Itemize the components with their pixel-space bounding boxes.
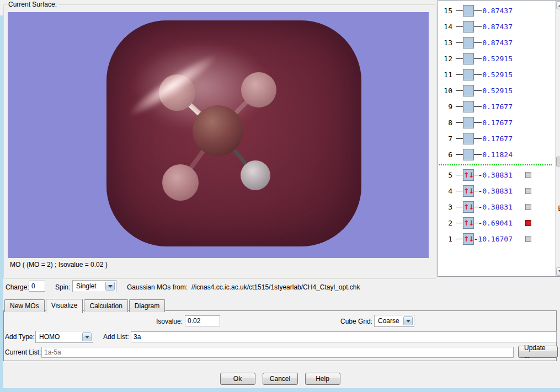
- spin-selected-value: Singlet: [73, 282, 104, 290]
- mo-level-checkbox[interactable]: [525, 188, 531, 194]
- mo-level-energy-cell: 0.11824: [482, 151, 513, 159]
- spin-up-arrow-icon: ↑: [463, 187, 468, 195]
- mo-level-energy: 0.87437: [482, 39, 513, 47]
- mo-level-list: 150.87437140.87437130.87437120.52915110.…: [438, 1, 554, 247]
- chevron-down-icon: [406, 320, 410, 323]
- tab-bar: New MOs Visualize Calculation Diagram: [4, 299, 166, 312]
- mo-level-number: 4: [438, 187, 452, 195]
- mo-level-number: 7: [438, 135, 452, 143]
- scroll-up-button[interactable]: [556, 1, 560, 9]
- mo-level-energy-cell: 0.87437: [482, 7, 513, 15]
- mo-level-checkbox[interactable]: [525, 220, 531, 226]
- window-edge-bottom: [0, 388, 560, 392]
- mo-level-box[interactable]: [463, 149, 474, 160]
- visualize-tab-panel: Isovalue: Cube Grid: Coarse Add Type: HO…: [3, 310, 557, 361]
- spin-dropdown-button[interactable]: [105, 282, 115, 291]
- level-connector-line: [456, 239, 463, 239]
- scroll-up-arrow-icon: [558, 4, 560, 7]
- spin-up-arrow-icon: ↑: [463, 171, 468, 179]
- add-type-dropdown-button[interactable]: [82, 332, 92, 341]
- mo-level-energy: 0.17677: [482, 135, 513, 143]
- mo-level-row: 1↑↓-10.16707: [438, 231, 554, 247]
- mo-level-energy: 0.11824: [482, 151, 513, 159]
- mo-level-box[interactable]: [463, 5, 474, 17]
- level-connector-line: [456, 10, 463, 11]
- mo-level-number: 15: [438, 7, 452, 15]
- mo-level-number: 14: [438, 23, 452, 31]
- mo-level-box[interactable]: ↑↓: [463, 201, 474, 213]
- spin-label: Spin:: [55, 283, 70, 291]
- spin-down-arrow-icon: ↓: [468, 235, 473, 243]
- cube-grid-dropdown[interactable]: Coarse: [374, 315, 414, 327]
- mo-level-box[interactable]: [463, 69, 474, 80]
- mo-level-row: 5↑↓-0.38831: [438, 167, 554, 183]
- mo-panel-scrollbar[interactable]: E: [555, 1, 560, 276]
- spin-dropdown[interactable]: Singlet: [72, 280, 116, 292]
- spin-down-arrow-icon: ↓: [468, 203, 473, 211]
- mo-level-box[interactable]: [463, 117, 474, 128]
- mo-level-checkbox[interactable]: [525, 236, 531, 242]
- tab-visualize[interactable]: Visualize: [46, 299, 83, 313]
- level-connector-line: [474, 74, 482, 75]
- help-button[interactable]: Help: [305, 373, 340, 385]
- level-connector-line: [456, 175, 463, 175]
- level-connector-line: [456, 138, 463, 139]
- mo-level-number: 12: [438, 55, 452, 63]
- mo-level-box[interactable]: [463, 53, 474, 65]
- gaussian-source-path: //icnas4.cc.ic.ac.uk/ct1515/1styearlab/C…: [191, 283, 360, 291]
- isovalue-input[interactable]: [185, 315, 220, 326]
- mo-level-box[interactable]: [463, 37, 474, 49]
- add-list-input[interactable]: [131, 331, 557, 342]
- mo-level-box[interactable]: ↑↓: [463, 233, 474, 245]
- mo-level-box[interactable]: ↑↓: [463, 169, 474, 181]
- level-connector-line: [456, 207, 463, 207]
- tab-new-mos[interactable]: New MOs: [4, 299, 45, 312]
- mo-level-checkbox[interactable]: [525, 172, 531, 178]
- mo-level-box[interactable]: [463, 133, 474, 144]
- tab-calculation[interactable]: Calculation: [84, 299, 127, 312]
- tab-diagram[interactable]: Diagram: [129, 299, 165, 312]
- mo-level-box[interactable]: ↑↓: [463, 185, 474, 197]
- mo-level-checkbox[interactable]: [525, 204, 531, 210]
- add-type-dropdown[interactable]: HOMO: [35, 331, 93, 343]
- mo-level-row: 80.17677: [438, 115, 554, 131]
- level-connector-line: [456, 223, 463, 223]
- scrollbar-thumb[interactable]: [556, 157, 560, 167]
- spin-down-arrow-icon: ↓: [468, 171, 473, 179]
- chevron-down-icon: [108, 285, 113, 288]
- surface-caption: MO ( (MO = 2) ; Isovalue = 0.02 ): [10, 261, 108, 269]
- level-connector-line: [456, 106, 463, 107]
- cancel-button[interactable]: Cancel: [263, 373, 298, 385]
- spin-up-arrow-icon: ↑: [463, 235, 468, 243]
- mo-level-box[interactable]: [463, 85, 474, 96]
- mo-level-box[interactable]: [463, 101, 474, 112]
- mo-level-energy: -0.38831: [478, 203, 513, 211]
- molecule-viewport[interactable]: [8, 12, 429, 258]
- charge-input[interactable]: [29, 281, 45, 292]
- ok-button[interactable]: Ok: [220, 373, 255, 385]
- charge-label: Charge:: [6, 283, 29, 291]
- mo-level-row: 4↑↓-0.38831: [438, 183, 554, 199]
- mo-level-energy-cell: 0.17677: [482, 103, 513, 111]
- mo-level-row: 150.87437: [438, 3, 554, 19]
- level-connector-line: [474, 10, 482, 11]
- mo-level-box[interactable]: [463, 21, 474, 33]
- mo-energy-diagram-panel: 150.87437140.87437130.87437120.52915110.…: [438, 0, 560, 277]
- mo-level-energy-cell: -10.16707: [482, 235, 513, 243]
- mo-level-energy: 0.52915: [482, 71, 513, 79]
- mo-level-energy: -0.38831: [478, 171, 513, 179]
- update-button[interactable]: Update ...: [518, 346, 558, 358]
- scroll-down-button[interactable]: [556, 267, 560, 276]
- cube-grid-dropdown-button[interactable]: [403, 316, 413, 325]
- mo-level-energy-cell: -0.38831: [482, 203, 513, 211]
- mo-level-number: 2: [438, 219, 452, 227]
- current-list-input[interactable]: [41, 347, 514, 358]
- mo-level-number: 11: [438, 71, 452, 79]
- mo-level-number: 6: [438, 151, 452, 159]
- spin-down-arrow-icon: ↓: [468, 219, 473, 227]
- level-connector-line: [456, 191, 463, 191]
- mo-level-box[interactable]: ↑↓: [463, 217, 474, 229]
- dialog-button-row: Ok Cancel Help: [0, 373, 560, 385]
- hydrogen-atom-top-right: [241, 72, 276, 108]
- hydrogen-atom-bottom-left: [162, 164, 199, 201]
